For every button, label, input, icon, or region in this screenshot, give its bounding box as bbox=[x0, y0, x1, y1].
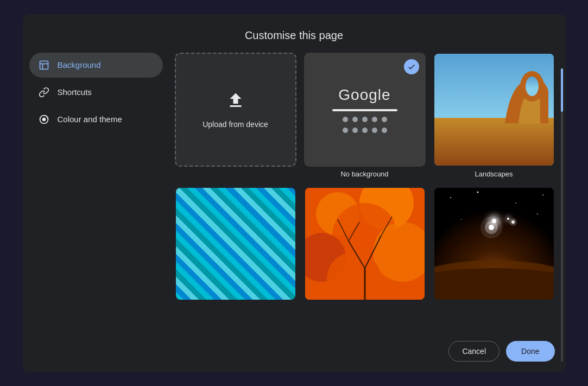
no-bg-mockup: Google bbox=[332, 86, 397, 133]
scrollbar-area bbox=[558, 68, 566, 362]
cancel-button[interactable]: Cancel bbox=[448, 341, 500, 362]
scrollbar-track[interactable] bbox=[561, 68, 563, 362]
dot bbox=[382, 117, 387, 122]
sidebar-item-background[interactable]: Background bbox=[29, 53, 163, 78]
dots-row-1 bbox=[343, 117, 387, 122]
background-icon bbox=[38, 59, 50, 71]
svg-point-23 bbox=[515, 203, 516, 204]
landscapes-item[interactable] bbox=[433, 53, 555, 167]
dot bbox=[382, 128, 387, 133]
sidebar-item-label-colour: Colour and theme bbox=[58, 115, 122, 124]
architecture-image bbox=[176, 188, 295, 300]
svg-point-2 bbox=[42, 118, 45, 121]
dot bbox=[372, 128, 377, 133]
landscapes-label: Landscapes bbox=[433, 167, 555, 179]
no-background-label: No background bbox=[304, 167, 426, 179]
sidebar-item-colour-and-theme[interactable]: Colour and theme bbox=[29, 107, 163, 132]
space-item[interactable] bbox=[433, 187, 555, 301]
sidebar-item-shortcuts[interactable]: Shortcuts bbox=[29, 80, 163, 105]
svg-point-26 bbox=[537, 213, 538, 214]
svg-rect-4 bbox=[434, 118, 554, 166]
scrollbar-thumb[interactable] bbox=[561, 68, 563, 112]
dot bbox=[343, 117, 348, 122]
architecture-item[interactable] bbox=[175, 187, 296, 301]
dialog-body: Background Shortcuts bbox=[23, 53, 566, 332]
search-bar-mock bbox=[332, 109, 397, 111]
google-text: Google bbox=[338, 86, 390, 104]
landscapes-container: Landscapes bbox=[433, 53, 555, 179]
background-grid: Upload from device Google bbox=[175, 53, 555, 301]
svg-point-6 bbox=[526, 77, 539, 96]
svg-point-33 bbox=[434, 268, 554, 300]
svg-point-24 bbox=[542, 194, 543, 195]
done-button[interactable]: Done bbox=[506, 341, 554, 362]
colour-icon bbox=[38, 113, 50, 125]
dialog-footer: Cancel Done bbox=[23, 332, 566, 362]
customise-dialog: Customise this page Background bbox=[23, 14, 566, 372]
space-image bbox=[434, 188, 554, 300]
dot bbox=[352, 117, 358, 122]
svg-point-29 bbox=[480, 217, 502, 238]
svg-rect-0 bbox=[40, 61, 48, 69]
sidebar-item-label-shortcuts: Shortcuts bbox=[58, 87, 92, 97]
upload-icon bbox=[226, 91, 245, 112]
dialog-title: Customise this page bbox=[23, 14, 566, 53]
landscapes-image bbox=[434, 54, 554, 166]
no-background-item[interactable]: Google bbox=[304, 53, 426, 167]
dot bbox=[343, 128, 348, 133]
upload-label: Upload from device bbox=[203, 120, 268, 129]
dot bbox=[352, 128, 358, 133]
dot bbox=[362, 128, 368, 133]
upload-item[interactable]: Upload from device bbox=[175, 53, 296, 167]
svg-point-22 bbox=[477, 191, 478, 193]
svg-point-25 bbox=[461, 219, 462, 220]
no-background-container: Google bbox=[304, 53, 426, 179]
svg-point-21 bbox=[450, 197, 451, 198]
dots-row-2 bbox=[343, 128, 387, 133]
dot bbox=[362, 117, 368, 122]
autumn-image bbox=[305, 188, 425, 300]
shortcuts-icon bbox=[38, 86, 50, 98]
selected-check-badge bbox=[404, 59, 419, 74]
sidebar: Background Shortcuts bbox=[23, 53, 169, 332]
autumn-item[interactable] bbox=[304, 187, 426, 301]
dot bbox=[372, 117, 377, 122]
sidebar-item-label-background: Background bbox=[58, 60, 101, 69]
svg-point-31 bbox=[509, 218, 517, 226]
main-content: Upload from device Google bbox=[169, 53, 566, 332]
